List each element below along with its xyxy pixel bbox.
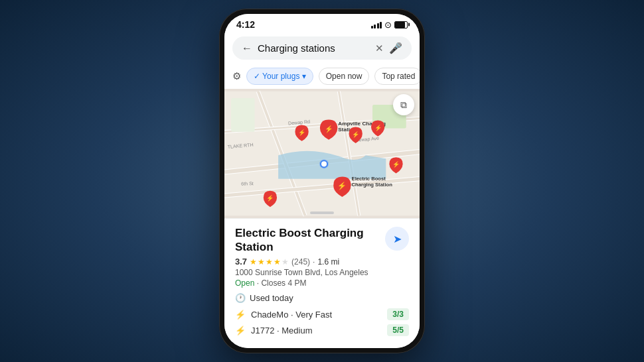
clock-icon: 🕐 — [235, 293, 246, 303]
star-5: ★ — [282, 257, 289, 267]
bolt-icon-1: ⚡ — [235, 326, 246, 335]
rating-number: 3.7 — [235, 257, 247, 267]
map-layers-button[interactable]: ⧉ — [393, 94, 414, 115]
svg-text:⚡: ⚡ — [325, 125, 333, 133]
directions-button[interactable]: ➤ — [385, 227, 409, 251]
phone-frame: 4:12 ⊙ ← Charging stations ✕ 🎤 — [219, 9, 425, 353]
distance: 1.6 mi — [317, 257, 339, 267]
svg-rect-16 — [231, 98, 254, 132]
svg-text:⚡: ⚡ — [392, 160, 400, 168]
charger-name-1: J1772 · Medium — [251, 326, 382, 335]
charger-name-0: ChadeMo · Very Fast — [251, 310, 382, 320]
charger-availability-1: 5/5 — [387, 324, 409, 336]
svg-text:⚡: ⚡ — [337, 181, 347, 190]
layers-icon: ⧉ — [400, 99, 407, 111]
place-header: Electric Boost Charging Station ➤ — [235, 227, 409, 254]
bottom-sheet: Electric Boost Charging Station ➤ 3.7 ★ … — [224, 218, 420, 348]
star-1: ★ — [250, 257, 257, 267]
back-button[interactable]: ← — [242, 42, 252, 54]
directions-icon: ➤ — [393, 233, 402, 245]
star-4: ★ — [274, 257, 281, 267]
map-container[interactable]: Dewap Rd Dewap Ave 6th St TLAKE RTH ⚡ — [224, 89, 420, 218]
status-bar: 4:12 ⊙ — [224, 14, 420, 32]
svg-point-30 — [321, 160, 327, 167]
open-status: Open · Closes 4 PM — [235, 278, 409, 288]
wifi-icon: ⊙ — [384, 20, 392, 30]
svg-text:⚡: ⚡ — [374, 124, 382, 132]
filter-bar: ⚙ ✓ Your plugs ▾ Open now Top rated — [224, 65, 420, 89]
used-today-text: Used today — [250, 293, 293, 303]
signal-bars-icon — [371, 21, 382, 29]
drag-handle[interactable] — [310, 211, 334, 214]
search-bar-container: ← Charging stations ✕ 🎤 — [224, 32, 420, 65]
phone-screen: 4:12 ⊙ ← Charging stations ✕ 🎤 — [224, 14, 420, 348]
map-view: Dewap Rd Dewap Ave 6th St TLAKE RTH ⚡ — [224, 89, 420, 218]
charger-row-1: ⚡ J1772 · Medium 5/5 — [235, 324, 409, 336]
battery-icon — [394, 21, 408, 29]
closes-time: · Closes 4 PM — [257, 278, 307, 288]
svg-text:6th St: 6th St — [241, 181, 254, 187]
svg-text:⚡: ⚡ — [266, 194, 274, 202]
charger-availability-0: 3/3 — [387, 308, 409, 320]
search-bar[interactable]: ← Charging stations ✕ 🎤 — [232, 36, 412, 60]
filter-chip-open-now[interactable]: Open now — [319, 68, 370, 85]
star-3: ★ — [266, 257, 273, 267]
place-name: Electric Boost Charging Station — [235, 227, 380, 254]
review-count: (245) — [291, 257, 310, 267]
svg-text:⚡: ⚡ — [352, 131, 360, 139]
filter-chip-your-plugs[interactable]: ✓ Your plugs ▾ — [246, 68, 313, 85]
open-text: Open — [235, 278, 254, 288]
status-time: 4:12 — [236, 19, 255, 30]
used-today-row: 🕐 Used today — [235, 293, 409, 303]
status-icons: ⊙ — [371, 20, 408, 30]
bolt-icon-0: ⚡ — [235, 310, 246, 320]
svg-text:Charging Station: Charging Station — [352, 182, 393, 188]
star-2: ★ — [258, 257, 265, 267]
separator-1: · — [313, 257, 315, 267]
svg-text:⚡: ⚡ — [298, 129, 306, 137]
search-query: Charging stations — [258, 42, 370, 54]
star-rating: ★ ★ ★ ★ ★ — [250, 257, 289, 267]
filter-chip-top-rated[interactable]: Top rated — [374, 68, 420, 85]
charger-row-0: ⚡ ChadeMo · Very Fast 3/3 — [235, 308, 409, 320]
rating-row: 3.7 ★ ★ ★ ★ ★ (245) · 1.6 mi — [235, 257, 409, 267]
svg-text:Electric Boost: Electric Boost — [352, 176, 386, 182]
mic-button[interactable]: 🎤 — [389, 42, 402, 54]
address: 1000 Sunrise Town Blvd, Los Angeles — [235, 268, 409, 277]
clear-button[interactable]: ✕ — [375, 42, 384, 54]
filter-options-button[interactable]: ⚙ — [232, 70, 241, 82]
